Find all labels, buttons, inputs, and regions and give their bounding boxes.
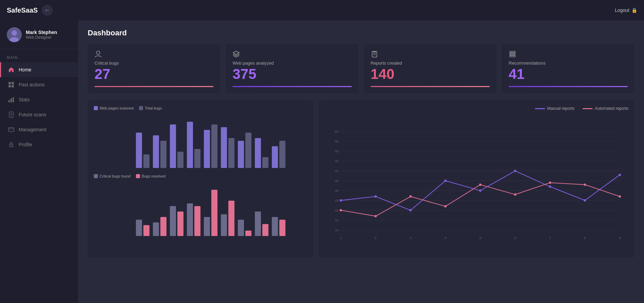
sidebar-item-past-actions[interactable]: Past actions	[0, 77, 78, 92]
profile-label: Profile	[19, 142, 32, 147]
profile-info: Mark Stephen Web Designer	[26, 30, 57, 40]
layers-icon	[232, 50, 240, 58]
legend-bugs-label: Total bugs	[145, 106, 162, 110]
svg-rect-42	[279, 141, 285, 168]
svg-text:1: 1	[340, 236, 342, 240]
web-pages-label: Web pages analyzed	[232, 61, 351, 66]
critical-bugs-value: 27	[94, 67, 213, 81]
svg-text:30: 30	[335, 189, 338, 192]
sidebar-item-profile[interactable]: Profile	[0, 137, 78, 152]
legend-dot-pink	[136, 174, 140, 178]
logout-label: Logout	[615, 7, 629, 13]
svg-text:3: 3	[410, 236, 411, 240]
svg-text:60: 60	[335, 130, 338, 133]
svg-point-103	[409, 195, 412, 198]
legend-dot-purple	[94, 106, 98, 110]
sidebar-item-stats[interactable]: Stats	[0, 92, 78, 107]
bottom-bar-svg	[94, 182, 307, 239]
svg-rect-4	[12, 82, 14, 84]
legend-line-purple	[535, 108, 545, 109]
svg-rect-44	[143, 225, 150, 236]
svg-rect-46	[160, 217, 167, 236]
stack-icon	[509, 50, 516, 58]
manual-reports-label: Manual reports	[547, 106, 574, 111]
svg-rect-60	[279, 220, 285, 236]
svg-point-109	[619, 195, 621, 198]
svg-point-104	[444, 205, 447, 207]
line-chart-svg: 1015202530354045505560123456789	[325, 116, 628, 252]
bar-chart-bottom-legend: Critical bugs found Bugs resolved	[94, 174, 307, 178]
svg-rect-41	[272, 146, 278, 168]
svg-rect-24	[510, 55, 515, 57]
legend-automated-reports: Automated reports	[582, 106, 628, 111]
chart-icon	[8, 96, 15, 103]
recommendations-value: 41	[509, 67, 628, 81]
stat-card-reports: Reports created 140	[364, 44, 497, 93]
svg-point-1	[12, 30, 17, 36]
svg-rect-40	[262, 157, 268, 168]
svg-rect-7	[8, 100, 10, 102]
bar-chart-top: Web pages scanned Total bugs	[94, 106, 307, 171]
svg-rect-54	[228, 201, 234, 236]
legend-web-pages-scanned: Web pages scanned	[94, 106, 134, 110]
svg-text:7: 7	[549, 236, 551, 240]
sidebar-item-future-scans[interactable]: Future scans	[0, 107, 78, 122]
svg-point-94	[409, 209, 412, 212]
svg-text:10: 10	[335, 229, 338, 232]
svg-rect-51	[204, 217, 210, 236]
svg-rect-53	[221, 214, 227, 236]
svg-text:8: 8	[584, 236, 586, 240]
svg-rect-32	[194, 149, 201, 168]
svg-text:55: 55	[335, 140, 338, 143]
svg-rect-43	[136, 220, 142, 236]
svg-point-98	[549, 185, 551, 188]
legend-critical-bugs-found: Critical bugs found	[94, 174, 130, 178]
back-button[interactable]: ←	[42, 5, 53, 16]
svg-rect-28	[160, 141, 167, 168]
svg-text:15: 15	[335, 219, 338, 222]
svg-point-100	[619, 174, 621, 176]
svg-point-93	[375, 195, 377, 198]
svg-point-97	[514, 170, 516, 172]
document-icon	[8, 111, 15, 118]
sidebar-item-management[interactable]: Management	[0, 122, 78, 137]
svg-rect-58	[262, 224, 268, 236]
svg-rect-55	[238, 220, 244, 236]
topbar-left: SafeSaaS ←	[7, 5, 53, 16]
sidebar-item-home[interactable]: Home	[0, 62, 78, 77]
past-actions-label: Past actions	[19, 82, 45, 87]
bar-charts-card: Web pages scanned Total bugs C	[88, 100, 313, 258]
svg-point-95	[444, 180, 447, 182]
svg-text:35: 35	[335, 179, 338, 183]
person-icon	[94, 50, 102, 58]
svg-rect-39	[255, 138, 261, 168]
svg-rect-47	[170, 206, 176, 236]
svg-text:25: 25	[335, 199, 338, 202]
management-label: Management	[19, 127, 47, 132]
home-icon	[8, 66, 15, 73]
svg-text:4: 4	[445, 236, 446, 240]
svg-rect-14	[8, 128, 14, 132]
brand-name: SafeSaaS	[7, 6, 38, 14]
legend-resolved-label: Bugs resolved	[142, 174, 166, 178]
clipboard-icon	[371, 50, 378, 58]
stats-label: Stats	[19, 97, 30, 102]
legend-manual-reports: Manual reports	[535, 106, 574, 111]
svg-rect-29	[170, 124, 176, 168]
svg-point-107	[549, 182, 551, 184]
logout-button[interactable]: Logout 🔒	[615, 7, 637, 13]
stat-card-header	[94, 50, 213, 58]
profile-lock-icon	[8, 141, 15, 148]
svg-point-99	[584, 199, 586, 202]
sidebar: Mark Stephen Web Designer MAIN Home	[0, 20, 78, 303]
bar-chart-top-legend: Web pages scanned Total bugs	[94, 106, 307, 110]
stat-cards: Critical bugs 27 Web pages analyzed 375	[88, 44, 634, 93]
legend-web-label: Web pages scanned	[100, 106, 134, 110]
svg-point-17	[11, 145, 12, 146]
svg-point-18	[97, 51, 100, 54]
svg-rect-5	[8, 85, 11, 87]
legend-bugs-resolved: Bugs resolved	[136, 174, 166, 178]
grid-icon	[8, 81, 15, 88]
main-layout: Mark Stephen Web Designer MAIN Home	[0, 20, 644, 303]
critical-bugs-label: Critical bugs	[94, 61, 213, 66]
